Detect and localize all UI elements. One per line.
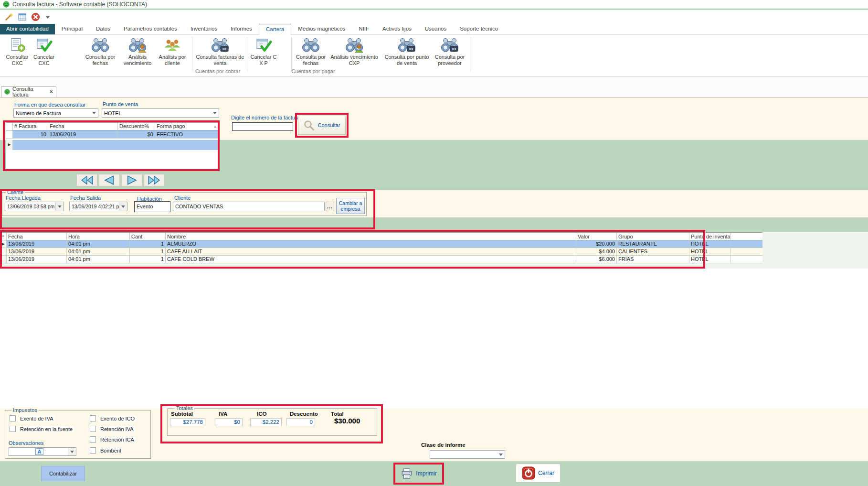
tab-usuarios[interactable]: Usuarios: [418, 24, 453, 34]
ribbon-button-consulta-proveedor[interactable]: Consulta por proveedor: [430, 37, 470, 66]
invoice-row-selected[interactable]: 10 13/06/2019 $0 EFECTIVO: [6, 130, 218, 139]
ribbon-button-consulta-facturas-venta[interactable]: Consulta facturas de venta: [194, 37, 246, 66]
ribbon-button-consultar-cxc[interactable]: Consultar CXC: [4, 37, 31, 66]
forma-consulta-select[interactable]: Numero de Factura: [13, 108, 98, 118]
tab-principal[interactable]: Principal: [55, 24, 89, 34]
chevron-down-icon: [92, 112, 96, 114]
imprimir-button[interactable]: Imprimir: [396, 464, 441, 483]
detail-row[interactable]: 13/06/2019 04:01 pm 1 CAFE AU LAIT $4.00…: [0, 248, 762, 256]
close-tab-icon[interactable]: ✕: [49, 89, 53, 94]
ribbon-button-analisis-por-cliente[interactable]: Análisis por cliente: [156, 37, 189, 66]
observaciones-select[interactable]: A: [9, 447, 76, 456]
checkbox-retencion-ica[interactable]: Retención ICA: [90, 436, 136, 443]
total-label: Total: [331, 411, 344, 417]
row-marker-cell: [6, 130, 13, 138]
calendar-icon: [18, 12, 27, 22]
nav-last-button[interactable]: [144, 174, 165, 186]
consultar-button[interactable]: Consultar: [298, 116, 346, 135]
cell-hora: 04:01 pm: [67, 256, 130, 263]
checkbox-bomberil[interactable]: Bomberil: [90, 447, 122, 454]
cliente-input[interactable]: CONTADO VENTAS: [173, 202, 325, 211]
tab-cartera[interactable]: Cartera: [259, 24, 291, 35]
detail-row[interactable]: 13/06/2019 04:01 pm 1 CAFE COLD BREW $6.…: [0, 256, 762, 263]
nav-first-button[interactable]: [76, 174, 97, 186]
cell-grupo: FRIAS: [617, 256, 689, 263]
numero-factura-input[interactable]: [232, 122, 293, 131]
cell-nombre: CAFE COLD BREW: [166, 256, 576, 263]
window-title: Consulta factura - Software contable (SO…: [12, 1, 147, 8]
cerrar-button[interactable]: Cerrar: [516, 464, 561, 483]
tab-informes[interactable]: Informes: [224, 24, 259, 34]
tab-soporte-tecnico[interactable]: Soporte técnico: [453, 24, 505, 34]
forma-consulta-value: Numero de Factura: [16, 110, 90, 116]
tab-parametros-contables[interactable]: Parametros contables: [117, 24, 184, 34]
cerrar-label: Cerrar: [538, 470, 554, 476]
checkbox-label: Retención IVA: [99, 426, 135, 432]
column-header-nombre[interactable]: Nombre: [166, 233, 576, 240]
dropdown-button[interactable]: [90, 109, 98, 117]
column-header-valor[interactable]: Valor: [576, 233, 617, 240]
habitacion-input[interactable]: Evento: [134, 201, 170, 212]
detail-row-selected[interactable]: ▶ 13/06/2019 04:01 pm 1 ALMUERZO $20.000…: [0, 240, 762, 248]
cell-punto-inventario: HOTEL: [689, 256, 730, 263]
subtotal-value: $27.778: [170, 418, 205, 426]
ribbon-group-label-cuentas-por-cobrar: Cuentas por cobrar: [189, 68, 246, 74]
contabilizar-button[interactable]: Contabilizar: [41, 466, 85, 481]
calendar-button[interactable]: [17, 12, 27, 22]
dropdown-button[interactable]: [497, 451, 505, 458]
punto-venta-select[interactable]: HOTEL: [102, 108, 219, 118]
checkbox-exento-iva[interactable]: Exento de IVA: [10, 415, 55, 421]
tab-abrir-contabilidad[interactable]: Abrir contabilidad: [0, 24, 55, 34]
nav-previous-button[interactable]: [99, 174, 120, 186]
tab-medios-magneticos[interactable]: Médios magnéticos: [291, 24, 352, 34]
ribbon-separator: [248, 37, 248, 71]
contabilizar-label: Contabilizar: [49, 471, 77, 476]
fecha-llegada-picker[interactable]: 13/06/2019 03:58 pm: [5, 202, 64, 211]
tab-activos-fijos[interactable]: Activos fijos: [376, 24, 418, 34]
tab-inventarios[interactable]: Inventarios: [184, 24, 224, 34]
nav-next-button[interactable]: [121, 174, 142, 186]
dropdown-button[interactable]: [119, 202, 127, 211]
column-header-descuento[interactable]: Descuento%: [118, 123, 155, 130]
checkbox-icon: [90, 436, 96, 443]
dropdown-button[interactable]: [55, 202, 64, 211]
checkbox-icon: [90, 426, 96, 432]
ribbon-button-consulta-punto-venta[interactable]: Consulta por punto de venta: [384, 37, 430, 66]
ribbon-button-analisis-vencimiento-cxp[interactable]: Análisis vencimiento CXP: [328, 37, 381, 66]
column-header-cant[interactable]: Cant: [130, 233, 166, 240]
clase-informe-select[interactable]: [430, 450, 505, 459]
column-header-hora[interactable]: Hora: [67, 233, 130, 240]
checkbox-retencion-iva[interactable]: Retención IVA: [90, 426, 135, 432]
ribbon-button-analisis-vencimiento[interactable]: Análisis vencimiento: [119, 37, 156, 66]
column-header-fecha[interactable]: Fecha: [48, 123, 118, 130]
empty-cell: [13, 140, 218, 150]
ico-label: ICO: [257, 411, 266, 417]
descuento-label: Descuento: [290, 411, 318, 417]
checkbox-retencion-fuente[interactable]: Retención en la fuente: [10, 426, 74, 432]
close-app-button[interactable]: [31, 12, 40, 22]
ribbon-button-cancelar-cxc[interactable]: Cancelar CXC: [31, 37, 57, 66]
tab-datos[interactable]: Datos: [89, 24, 117, 34]
ribbon-button-consulta-por-fechas-cxp[interactable]: Consulta por fechas: [295, 37, 327, 66]
column-header-grupo[interactable]: Grupo: [617, 233, 689, 240]
tab-niif[interactable]: NIIF: [352, 24, 376, 34]
customize-toolbar-button[interactable]: [46, 15, 50, 19]
dropdown-button[interactable]: [68, 448, 76, 455]
wizard-button[interactable]: [4, 12, 13, 22]
column-header-factura[interactable]: # Factura: [13, 123, 48, 130]
column-header-fecha[interactable]: Fecha: [7, 233, 67, 240]
ribbon-button-consulta-por-fechas-cxc[interactable]: Consulta por fechas: [85, 37, 116, 66]
document-tab-consulta-factura[interactable]: Consulta factura ✕: [1, 86, 56, 97]
column-header-punto-inventario[interactable]: Punto de inventario: [689, 233, 730, 240]
fecha-salida-picker[interactable]: 13/06/2019 4:02:21 p.: [69, 202, 127, 211]
dropdown-button[interactable]: [211, 109, 219, 117]
column-header-forma-pago[interactable]: Forma pago ▲: [155, 123, 218, 130]
cliente-browse-button[interactable]: ...: [326, 202, 334, 211]
arrow-left-icon: [101, 175, 118, 185]
sort-ascending-icon[interactable]: ▲: [213, 123, 217, 130]
app-logo-icon: [3, 1, 10, 8]
cambiar-empresa-button[interactable]: Cambiar a empresa: [336, 198, 365, 214]
invoice-row-current-empty[interactable]: ▶: [6, 140, 218, 150]
checkbox-exento-ico[interactable]: Exento de ICO: [90, 415, 136, 421]
ribbon-button-cancelar-cxp[interactable]: Cancelar C X P: [250, 37, 277, 66]
